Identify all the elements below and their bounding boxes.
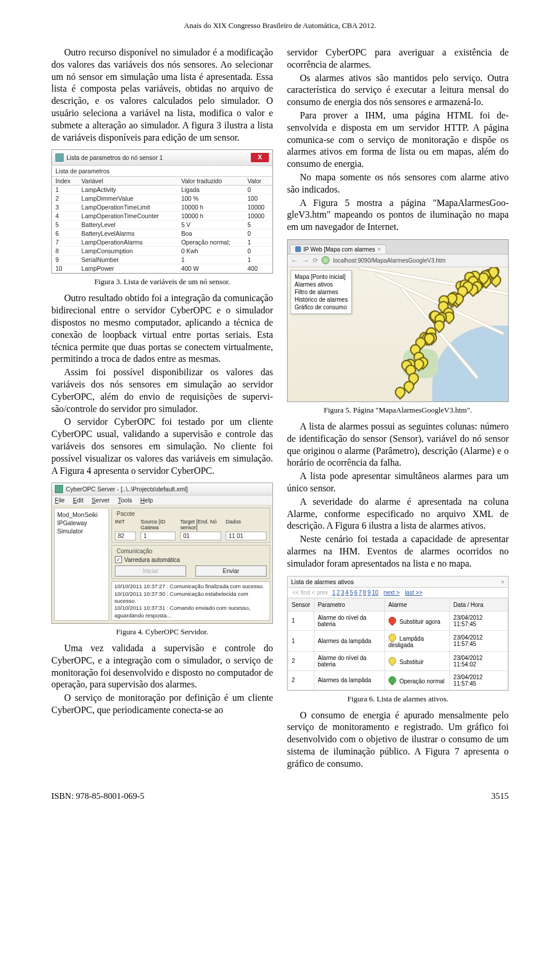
tree-item[interactable]: Simulator: [57, 527, 106, 535]
reload-icon[interactable]: ⟳: [313, 257, 318, 264]
severity-icon: [387, 615, 397, 626]
f6-table: SensorParametroAlarmeData / Hora 1Alarme…: [288, 598, 508, 690]
map-menu-item[interactable]: Histórico de alarmes: [295, 296, 348, 303]
menu-item[interactable]: Server: [92, 497, 110, 504]
pagination-page[interactable]: 3: [341, 589, 345, 596]
grid-header: Target [End. Nó sensor]: [180, 519, 221, 530]
browser-toolbar: ← → ⟳ localhost:9090/MapaAlarmesGoogleV3…: [288, 254, 508, 267]
f4-menubar[interactable]: FileEditServerToolsHelp: [52, 495, 272, 505]
pagination-page[interactable]: 9: [368, 589, 371, 596]
table-row[interactable]: 2Alarme do nível da bateriaSubstituir23/…: [288, 651, 508, 670]
figure-5: IP Web [Mapa com alarmes × ← → ⟳ localho…: [287, 239, 509, 402]
table-row[interactable]: 6BatteryLevelAlarmsBoa0: [52, 229, 272, 238]
f3-tab[interactable]: Lista de parametros: [52, 166, 272, 177]
map-pins: [374, 267, 508, 401]
table-row[interactable]: 1LampActivityLigada0: [52, 186, 272, 194]
body-text: Outro recurso disponível no simulador é …: [51, 47, 273, 144]
pagination-prev: << first < prev: [292, 589, 328, 596]
pagination-page[interactable]: 2: [337, 589, 340, 596]
log-line: 10/10/2011 10:37:27 : Comunicação finali…: [114, 583, 267, 590]
pagination-page[interactable]: 5: [350, 589, 354, 596]
body-text: A Figura 5 mostra a página "MapaAlarmesG…: [287, 197, 509, 233]
table-row[interactable]: 9SerialNumber11: [52, 256, 272, 264]
body-text: A lista pode apresentar simultâneos alar…: [287, 470, 509, 495]
table-row[interactable]: 7LampOperationAlarmsOperação normal;1: [52, 238, 272, 247]
pagination-page[interactable]: 8: [363, 589, 366, 596]
body-text: Os alarmes ativos são mantidos pelo serv…: [287, 72, 509, 109]
table-row[interactable]: 1Alarme do nível da bateriaSubstituir ag…: [288, 611, 508, 630]
menu-item[interactable]: Edit: [73, 497, 83, 504]
map-sidemenu[interactable]: Mapa [Ponto inicial]Alarmes ativosFiltro…: [290, 270, 352, 314]
table-row[interactable]: 10LampPower400 W400: [52, 264, 272, 273]
running-header: Anais do XIX Congresso Brasileiro de Aut…: [51, 21, 509, 30]
grid-cell[interactable]: 1: [141, 532, 176, 540]
map-canvas[interactable]: Mapa [Ponto inicial]Alarmes ativosFiltro…: [288, 267, 508, 401]
map-menu-item[interactable]: Alarmes ativos: [295, 281, 348, 288]
checkbox-icon[interactable]: ✓: [115, 556, 122, 563]
pagination-pag_next[interactable]: next >: [384, 589, 400, 596]
column-header: Alarme: [384, 598, 450, 611]
pagination-page[interactable]: 6: [354, 589, 358, 596]
column-header: Index: [52, 177, 78, 186]
tab-close-icon[interactable]: ×: [377, 246, 381, 253]
f4-group-com: Comunicação ✓ Varredura automática Inici…: [111, 545, 270, 579]
globe-icon: [321, 256, 330, 264]
pagination-page[interactable]: 7: [359, 589, 362, 596]
forward-icon[interactable]: →: [302, 256, 309, 265]
menu-item[interactable]: Tools: [118, 497, 132, 504]
map-menu-item[interactable]: Filtro de alarmes: [295, 288, 348, 296]
url-text[interactable]: localhost:9090/MapaAlarmesGoogleV3.htm: [333, 257, 446, 264]
table-row[interactable]: 3LampOperationTimeLimit10000 h10000: [52, 203, 272, 212]
page-number: 3515: [491, 791, 509, 801]
menu-item[interactable]: Help: [141, 497, 153, 504]
f4-log: 10/10/2011 10:37:27 : Comunicação finali…: [111, 581, 270, 621]
column-header: Valor: [244, 177, 272, 186]
f4-titlebar: CyberOPC Server - [..\..\Projects\defaul…: [52, 483, 272, 495]
body-text: No mapa somente os nós sensores com alar…: [287, 172, 509, 196]
map-menu-item[interactable]: Mapa [Ponto inicial]: [295, 273, 348, 281]
body-text: O serviço de monitoração por definição é…: [51, 692, 273, 717]
grid-cell[interactable]: 82: [115, 532, 136, 540]
body-text: Neste cenário foi testada a capacidade d…: [287, 533, 509, 570]
table-row[interactable]: 8LampConsumption0 Kwh0: [52, 247, 272, 256]
f3-table: IndexVariávelValor traduzidoValor 1LampA…: [52, 177, 272, 273]
body-text: O consumo de energia é apurado mensalmen…: [287, 710, 509, 770]
body-text: Para prover a IHM, uma página HTML foi d…: [287, 110, 509, 170]
figure-4: CyberOPC Server - [..\..\Projects\defaul…: [51, 483, 273, 624]
browser-tab[interactable]: IP Web [Mapa com alarmes ×: [290, 245, 386, 254]
log-line: 10/10/2011 10:37:30 : Comunicação estabe…: [114, 591, 267, 605]
table-row[interactable]: 2Alarmes da lampâdaOperação normal23/04/…: [288, 670, 508, 690]
column-header: Valor traduzido: [178, 177, 244, 186]
pagination-page[interactable]: 4: [345, 589, 349, 596]
table-row[interactable]: 4LampOperationTimeCounter10000 h10000: [52, 212, 272, 221]
back-icon[interactable]: ←: [290, 256, 298, 265]
close-icon[interactable]: X: [251, 153, 269, 162]
body-text: Uma vez validada a supervisão e controle…: [51, 642, 273, 691]
enviar-button[interactable]: Enviar: [195, 565, 267, 577]
tree-item[interactable]: IPGateway: [57, 519, 106, 527]
tree-item[interactable]: Mod_MonSeiki: [57, 511, 106, 519]
pagination-page[interactable]: 1: [332, 589, 335, 596]
map-menu-item[interactable]: Gráfico de consumo: [295, 303, 348, 311]
table-row[interactable]: 2LampDimmerValue100 %100: [52, 194, 272, 203]
grid-header: Dados: [226, 519, 267, 530]
column-header: Parametro: [314, 598, 384, 611]
f4-group-pacote: Pacote INITSource [ID GatewaTarget [End.…: [111, 508, 270, 543]
browser-tabstrip: IP Web [Mapa com alarmes ×: [288, 240, 508, 254]
f4-tree[interactable]: Mod_MonSeikiIPGatewaySimulator: [54, 508, 109, 621]
table-row[interactable]: 1Alarmes da lampâdaLampâda desligada23/0…: [288, 630, 508, 651]
close-icon[interactable]: ×: [501, 578, 505, 585]
checkbox-varredura[interactable]: ✓ Varredura automática: [115, 556, 267, 563]
body-text: Outro resultado obtido foi a integração …: [51, 292, 273, 365]
menu-item[interactable]: File: [55, 497, 65, 504]
figure-4-caption: Figura 4. CyberOPC Servidor.: [51, 627, 273, 637]
table-row[interactable]: 5BatteryLevel5 V5: [52, 221, 272, 229]
iniciar-button[interactable]: Iniciar: [115, 565, 186, 577]
pagination-pag_last[interactable]: last >>: [405, 589, 422, 596]
log-line: 10/10/2011 10:37:31 : Comando enviado co…: [114, 605, 267, 619]
grid-cell[interactable]: 01: [180, 532, 221, 540]
pagination-page[interactable]: 10: [372, 589, 378, 596]
pagination[interactable]: << first < prev12345678910next >last >>: [288, 588, 508, 598]
group-label: Pacote: [115, 511, 136, 517]
grid-cell[interactable]: 11 01: [226, 532, 267, 540]
